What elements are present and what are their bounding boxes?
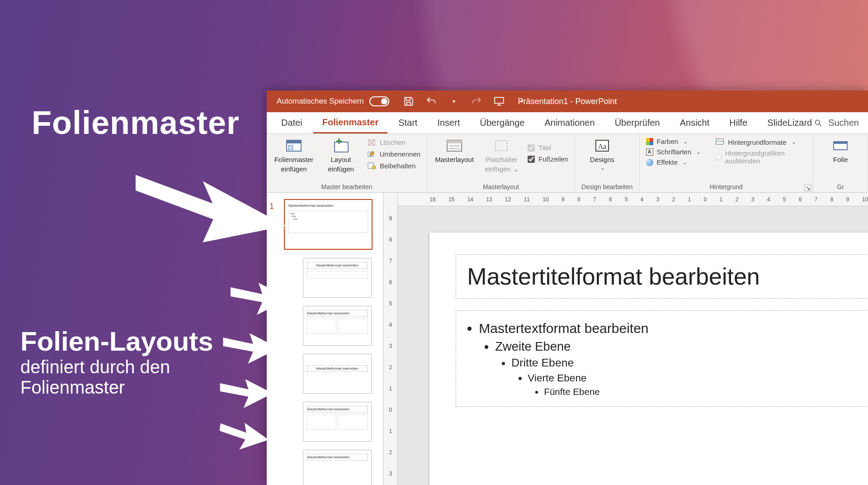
group-caption: Master bearbeiten [273, 183, 420, 191]
canvas-wrap: 16151413121110987654321012345678910 Mast… [398, 193, 868, 485]
bg-controls: Hintergrundformate⌄ Hintergrundgrafiken … [715, 138, 807, 165]
layout-thumbnail[interactable]: Mastertitelformat bearbeiten [303, 306, 372, 346]
thumbnails-pane[interactable]: 1 Mastertitelformat bearbeiten • line • … [267, 193, 383, 485]
chevron-down-icon: ⌄ [512, 166, 518, 173]
chevron-down-icon: ⌄ [696, 149, 701, 155]
footer-checkbox-input[interactable] [528, 156, 535, 163]
tab-animationen[interactable]: Animationen [535, 112, 604, 133]
group-caption: Hintergrund [646, 183, 807, 191]
fonts-icon: A [646, 148, 653, 156]
insert-placeholder-button[interactable]: Platzhalter einfügen ⌄ [481, 138, 522, 173]
svg-rect-3 [287, 140, 301, 143]
search-box[interactable]: Suchen [814, 112, 859, 133]
rename-button[interactable]: Umbenennen [367, 149, 420, 158]
slide-master-icon [285, 138, 303, 154]
title-checkbox[interactable]: Titel [528, 144, 568, 152]
svg-point-1 [815, 120, 820, 124]
master-layout-button[interactable]: Masterlayout [434, 138, 475, 163]
group-size: Folie Gr [813, 134, 868, 192]
preserve-button[interactable]: Beibehalten [367, 161, 420, 170]
designs-icon: Aa [593, 138, 611, 154]
bgformats-button[interactable]: Hintergrundformate⌄ [715, 138, 807, 147]
group-design-bearbeiten: Aa Designs ⌄ Design bearbeiten [575, 134, 640, 192]
layout-thumbnail[interactable]: Mastertitelformat bearbeiten [303, 354, 372, 394]
title-bar: Automatisches Speichern ▾ ▾ Präsentation… [267, 90, 868, 112]
tab-folienmaster[interactable]: Folienmaster [313, 112, 387, 133]
svg-rect-4 [288, 145, 293, 150]
preserve-icon [367, 161, 376, 170]
colors-icon [646, 138, 653, 145]
tab-datei[interactable]: Datei [272, 112, 311, 133]
tab-start[interactable]: Start [389, 112, 426, 133]
tab-insert[interactable]: Insert [428, 112, 469, 133]
search-label: Suchen [828, 118, 859, 128]
undo-dropdown-icon[interactable]: ▾ [448, 95, 460, 107]
effects-icon [646, 159, 653, 166]
svg-rect-0 [495, 97, 504, 103]
svg-rect-13 [449, 148, 460, 149]
delete-icon [367, 138, 376, 147]
hide-bg-checkbox[interactable]: Hintergrundgrafiken ausblenden [715, 149, 807, 165]
group-hintergrund: Farben⌄ A Schriftarten⌄ Effekte⌄ Hinterg… [640, 134, 813, 192]
slideshow-icon[interactable] [493, 95, 505, 107]
ribbon: Folienmaster einfügen Layout einfügen Lö… [267, 134, 868, 193]
svg-rect-5 [335, 142, 348, 152]
autosave-toggle[interactable]: Automatisches Speichern [277, 96, 389, 106]
chevron-down-icon: ⌄ [600, 165, 605, 171]
group-master-layout: Masterlayout Platzhalter einfügen ⌄ Tite… [427, 134, 575, 192]
tab-ueberpruefen[interactable]: Überprüfen [606, 112, 669, 133]
autosave-label: Automatisches Speichern [277, 97, 364, 106]
tab-slidelizard[interactable]: SlideLizard [758, 112, 821, 133]
work-area: 1 Mastertitelformat bearbeiten • line • … [267, 193, 868, 485]
bgformats-icon [715, 138, 724, 147]
toggle-switch-icon[interactable] [369, 96, 389, 106]
svg-text:Aa: Aa [598, 143, 607, 150]
chevron-down-icon: ⌄ [683, 138, 688, 145]
chevron-down-icon: ⌄ [792, 139, 796, 145]
tab-hilfe[interactable]: Hilfe [720, 112, 756, 133]
vertical-ruler: 98765432101234 [383, 193, 398, 485]
delete-button[interactable]: Löschen [367, 138, 420, 147]
svg-rect-11 [447, 140, 462, 143]
svg-point-9 [372, 166, 376, 169]
insert-layout-icon [332, 138, 350, 154]
layout-thumbnail[interactable]: Mastertitelformat bearbeiten [303, 258, 372, 298]
ribbon-tabs: Datei Folienmaster Start Insert Übergäng… [267, 112, 868, 134]
placeholder-icon [492, 138, 510, 154]
slide-size-button[interactable]: Folie [820, 138, 861, 163]
body-placeholder[interactable]: Mastertextformat bearbeiten Zweite Ebene… [456, 310, 868, 407]
title-footer-checkboxes: Titel Fußzeilen [528, 138, 568, 163]
horizontal-ruler: 16151413121110987654321012345678910 [398, 193, 868, 206]
tab-ansicht[interactable]: Ansicht [671, 112, 719, 133]
master-thumbnail[interactable]: Mastertitelformat bearbeiten • line • li… [284, 199, 373, 250]
dialog-launcher-icon[interactable]: ↘ [804, 184, 811, 191]
hide-bg-checkbox-input[interactable] [715, 153, 722, 161]
group-caption: Masterlayout [434, 183, 568, 191]
colors-button[interactable]: Farben⌄ [646, 138, 701, 145]
tab-uebergaenge[interactable]: Übergänge [471, 112, 533, 133]
slide-size-icon [831, 138, 849, 154]
svg-rect-12 [449, 145, 460, 147]
title-checkbox-input[interactable] [528, 144, 535, 152]
editing-stage[interactable]: Mastertitelformat bearbeiten Mastertextf… [398, 206, 868, 485]
insert-layout-button[interactable]: Layout einfügen [320, 138, 362, 173]
designs-button[interactable]: Aa Designs ⌄ [581, 138, 623, 171]
title-placeholder[interactable]: Mastertitelformat bearbeiten [456, 254, 868, 299]
insert-slide-master-button[interactable]: Folienmaster einfügen [273, 138, 315, 173]
undo-icon[interactable] [425, 95, 437, 107]
layout-thumbnail[interactable]: Mastertitelformat bearbeiten [303, 402, 372, 442]
slide-number: 1 [269, 202, 274, 211]
search-icon [814, 119, 823, 128]
powerpoint-window: Automatisches Speichern ▾ ▾ Präsentation… [267, 90, 868, 485]
save-icon[interactable] [403, 95, 415, 107]
qat-customize-icon[interactable]: ▾ [516, 95, 528, 107]
slide-canvas[interactable]: Mastertitelformat bearbeiten Mastertextf… [429, 233, 868, 485]
layout-thumbnail[interactable]: Mastertitelformat bearbeiten [303, 450, 372, 485]
fonts-button[interactable]: A Schriftarten⌄ [646, 148, 701, 156]
group-master-bearbeiten: Folienmaster einfügen Layout einfügen Lö… [267, 134, 427, 192]
redo-icon[interactable] [471, 95, 482, 107]
master-edit-small-buttons: Löschen Umbenennen Beibehalten [367, 138, 420, 170]
group-caption: Gr [820, 183, 861, 191]
footer-checkbox[interactable]: Fußzeilen [528, 155, 568, 163]
effects-button[interactable]: Effekte⌄ [646, 158, 701, 166]
